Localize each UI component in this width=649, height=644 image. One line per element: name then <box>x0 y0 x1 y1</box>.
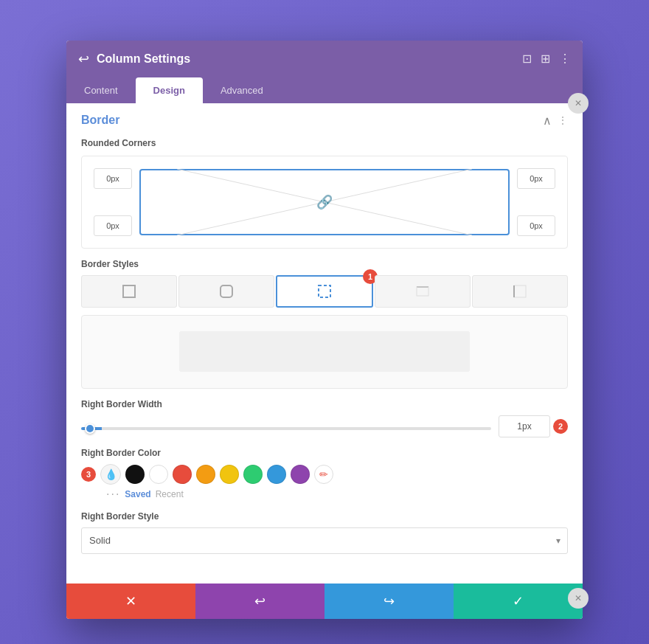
corners-preview-box: 🔗 <box>139 169 510 235</box>
color-row-actions: ··· Saved Recent <box>106 488 568 501</box>
left-corner-col <box>94 168 132 236</box>
confirm-icon: ✓ <box>513 593 524 609</box>
right-border-style-label: Right Border Style <box>81 511 568 522</box>
border-preview-box <box>81 315 568 389</box>
layout-icon[interactable]: ⊞ <box>541 52 550 66</box>
border-style-select[interactable]: Solid Dashed Dotted Double Groove Ridge … <box>81 527 568 554</box>
color-swatch-orange[interactable] <box>196 465 215 484</box>
slider-row: 2 <box>81 415 568 437</box>
section-header: Border ∧ ⋮ <box>81 114 568 128</box>
close-button[interactable]: ✕ <box>568 93 589 114</box>
border-style-select-wrapper: Solid Dashed Dotted Double Groove Ridge … <box>81 527 568 554</box>
svg-rect-7 <box>514 285 526 297</box>
color-swatch-green[interactable] <box>243 465 263 484</box>
right-border-color-label: Right Border Color <box>81 448 568 458</box>
modal-content: Border ∧ ⋮ Rounded Corners <box>66 103 583 584</box>
border-styles-label: Border Styles <box>81 259 568 269</box>
corners-center: 🔗 <box>139 169 510 235</box>
svg-rect-2 <box>123 285 135 297</box>
svg-rect-3 <box>221 285 232 297</box>
border-style-dashed[interactable]: 1 <box>276 275 373 308</box>
color-picker-row: 3 💧 ✏ <box>81 464 568 485</box>
cancel-icon: ✕ <box>125 593 136 609</box>
top-left-corner-input[interactable] <box>94 168 132 189</box>
slider-value-box: 2 <box>499 415 568 437</box>
eyedropper-button[interactable]: 💧 <box>100 464 121 485</box>
badge-2: 2 <box>553 419 568 434</box>
more-icon[interactable]: ⋮ <box>559 52 571 66</box>
border-style-full[interactable] <box>81 275 177 308</box>
bottom-left-corner-input[interactable] <box>94 215 132 236</box>
color-eraser-button[interactable]: ✏ <box>314 465 333 484</box>
modal-title: Column Settings <box>97 52 190 66</box>
tab-advanced[interactable]: Advanced <box>203 77 281 103</box>
color-swatch-blue[interactable] <box>267 465 286 484</box>
border-style-rounded[interactable] <box>178 275 274 308</box>
border-styles-grid: 1 <box>81 275 568 308</box>
border-style-top[interactable] <box>375 275 471 308</box>
color-swatch-white[interactable] <box>149 465 168 484</box>
redo-button[interactable]: ↪ <box>324 584 454 619</box>
section-title: Border <box>81 114 119 127</box>
color-swatch-black[interactable] <box>125 465 145 484</box>
color-swatch-purple[interactable] <box>291 465 310 484</box>
modal-footer: ✕ ↩ ↪ ✓ <box>66 584 583 619</box>
bottom-right-corner-input[interactable] <box>517 215 555 236</box>
slider-container[interactable] <box>81 420 491 433</box>
modal-header: ↩ Column Settings ⊡ ⊞ ⋮ <box>66 41 583 77</box>
cancel-button[interactable]: ✕ <box>66 584 195 619</box>
close-icon: ✕ <box>575 98 582 108</box>
width-slider[interactable] <box>81 427 491 430</box>
tab-design[interactable]: Design <box>136 77 203 103</box>
right-corner-col <box>517 168 555 236</box>
tab-content[interactable]: Content <box>66 77 136 103</box>
border-style-partial[interactable] <box>472 275 568 308</box>
rounded-corners-label: Rounded Corners <box>81 138 568 148</box>
more-colors-button[interactable]: ··· <box>106 488 120 501</box>
redo-icon: ↪ <box>384 593 395 609</box>
corners-widget: 🔗 <box>81 156 568 249</box>
border-section: Border ∧ ⋮ Rounded Corners <box>66 103 583 584</box>
saved-colors-button[interactable]: Saved <box>125 489 150 499</box>
color-swatch-red[interactable] <box>173 465 192 484</box>
badge-3: 3 <box>81 467 96 482</box>
section-menu-icon[interactable]: ⋮ <box>558 114 568 126</box>
fullscreen-icon[interactable]: ⊡ <box>522 52 532 66</box>
top-right-corner-input[interactable] <box>517 168 555 189</box>
confirm-button[interactable]: ✓ <box>454 584 583 619</box>
svg-rect-4 <box>319 285 330 297</box>
tab-bar: Content Design Advanced <box>66 77 583 103</box>
right-border-width-label: Right Border Width <box>81 399 568 409</box>
bottom-close-button[interactable]: ✕ <box>568 588 589 609</box>
svg-rect-6 <box>417 287 428 296</box>
color-swatch-yellow[interactable] <box>220 465 239 484</box>
collapse-icon[interactable]: ∧ <box>543 114 552 128</box>
undo-button[interactable]: ↩ <box>195 584 324 619</box>
border-preview-inner <box>179 331 471 372</box>
link-corners-icon[interactable]: 🔗 <box>316 194 333 210</box>
bottom-close-icon: ✕ <box>575 593 582 603</box>
width-value-input[interactable] <box>499 415 550 437</box>
recent-colors-button[interactable]: Recent <box>156 489 184 499</box>
back-icon[interactable]: ↩ <box>78 51 89 67</box>
undo-icon: ↩ <box>254 593 266 609</box>
